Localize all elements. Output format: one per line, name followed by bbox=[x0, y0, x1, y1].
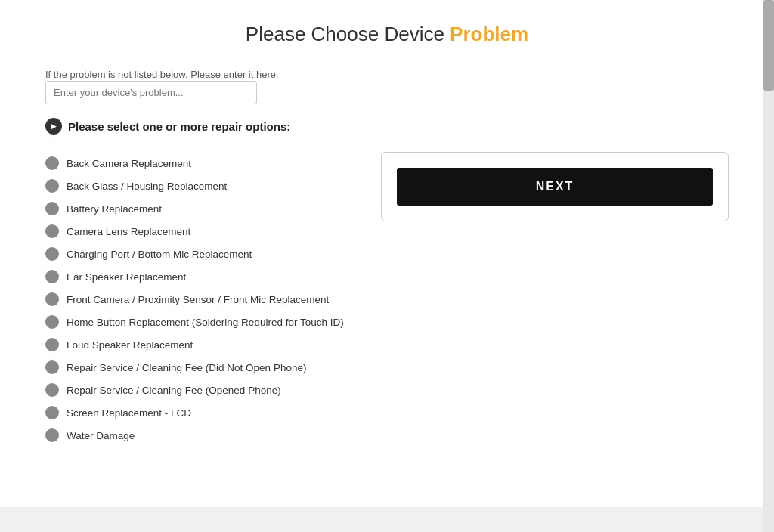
main-content: Please Choose Device Problem If the prob… bbox=[0, 0, 774, 477]
repair-option-screen-lcd[interactable]: Screen Replacement - LCD bbox=[45, 401, 358, 424]
repair-option-front-camera[interactable]: Front Camera / Proximity Sensor / Front … bbox=[45, 288, 358, 311]
next-button-wrapper: NEXT bbox=[381, 152, 729, 221]
label-charging-port: Charging Port / Bottom Mic Replacement bbox=[67, 249, 252, 260]
repair-option-charging-port[interactable]: Charging Port / Bottom Mic Replacement bbox=[45, 243, 358, 265]
repair-option-home-button[interactable]: Home Button Replacement (Soldering Requi… bbox=[45, 311, 358, 333]
page-title: Please Choose Device Problem bbox=[45, 23, 729, 46]
label-home-button: Home Button Replacement (Soldering Requi… bbox=[67, 317, 344, 328]
section-header: Please select one or more repair options… bbox=[45, 118, 729, 141]
two-column-layout: Back Camera ReplacementBack Glass / Hous… bbox=[45, 152, 729, 447]
repair-option-battery[interactable]: Battery Replacement bbox=[45, 197, 358, 220]
radio-charging-port[interactable] bbox=[45, 247, 59, 261]
radio-repair-cleaning-yes[interactable] bbox=[45, 383, 59, 397]
next-panel: NEXT bbox=[381, 152, 729, 221]
label-camera-lens: Camera Lens Replacement bbox=[67, 226, 190, 237]
radio-home-button[interactable] bbox=[45, 315, 59, 329]
radio-repair-cleaning-no[interactable] bbox=[45, 360, 59, 374]
repair-option-loud-speaker[interactable]: Loud Speaker Replacement bbox=[45, 333, 358, 356]
radio-screen-lcd[interactable] bbox=[45, 406, 59, 419]
radio-camera-lens[interactable] bbox=[45, 224, 59, 238]
section-header-text: Please select one or more repair options… bbox=[68, 120, 290, 133]
scrollbar[interactable] bbox=[763, 0, 774, 532]
radio-front-camera[interactable] bbox=[45, 292, 59, 306]
label-battery: Battery Replacement bbox=[67, 203, 162, 215]
label-back-camera: Back Camera Replacement bbox=[67, 158, 191, 169]
arrow-right-icon bbox=[45, 118, 62, 135]
label-ear-speaker: Ear Speaker Replacement bbox=[67, 271, 186, 283]
repair-option-water-damage[interactable]: Water Damage bbox=[45, 424, 358, 447]
repair-options-list: Back Camera ReplacementBack Glass / Hous… bbox=[45, 152, 358, 447]
label-water-damage: Water Damage bbox=[67, 430, 135, 441]
repair-option-repair-cleaning-yes[interactable]: Repair Service / Cleaning Fee (Opened Ph… bbox=[45, 379, 358, 401]
repair-option-camera-lens[interactable]: Camera Lens Replacement bbox=[45, 220, 358, 243]
radio-back-glass[interactable] bbox=[45, 179, 59, 193]
label-loud-speaker: Loud Speaker Replacement bbox=[67, 339, 193, 351]
next-button[interactable]: NEXT bbox=[397, 168, 713, 206]
label-front-camera: Front Camera / Proximity Sensor / Front … bbox=[67, 294, 329, 305]
radio-ear-speaker[interactable] bbox=[45, 270, 59, 283]
page-wrapper: Please Choose Device Problem If the prob… bbox=[0, 0, 774, 532]
scrollbar-thumb[interactable] bbox=[763, 0, 774, 91]
repair-option-back-camera[interactable]: Back Camera Replacement bbox=[45, 152, 358, 175]
label-screen-lcd: Screen Replacement - LCD bbox=[67, 407, 191, 419]
repair-option-back-glass[interactable]: Back Glass / Housing Replacement bbox=[45, 175, 358, 197]
label-repair-cleaning-yes: Repair Service / Cleaning Fee (Opened Ph… bbox=[67, 385, 281, 396]
custom-problem-label: If the problem is not listed below. Plea… bbox=[45, 69, 279, 80]
label-repair-cleaning-no: Repair Service / Cleaning Fee (Did Not O… bbox=[67, 362, 306, 373]
radio-battery[interactable] bbox=[45, 202, 59, 215]
radio-water-damage[interactable] bbox=[45, 428, 59, 442]
repair-option-repair-cleaning-no[interactable]: Repair Service / Cleaning Fee (Did Not O… bbox=[45, 356, 358, 379]
radio-back-camera[interactable] bbox=[45, 156, 59, 170]
footer: Fast RepairsMost repairs can be complete… bbox=[0, 507, 774, 532]
repair-option-ear-speaker[interactable]: Ear Speaker Replacement bbox=[45, 265, 358, 288]
label-back-glass: Back Glass / Housing Replacement bbox=[67, 181, 227, 192]
radio-loud-speaker[interactable] bbox=[45, 338, 59, 351]
custom-problem-input[interactable] bbox=[45, 81, 257, 104]
